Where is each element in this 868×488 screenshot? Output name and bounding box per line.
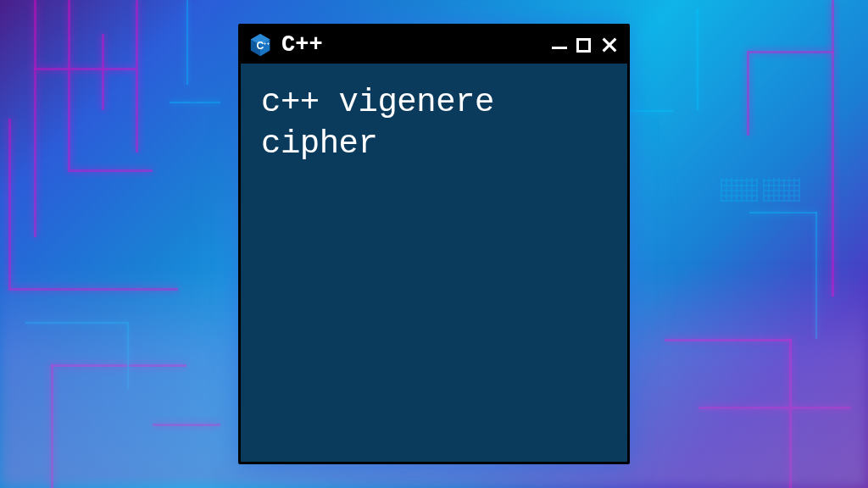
app-window: C + + C++ c++ vigenere cipher: [238, 24, 630, 464]
content-area: c++ vigenere cipher: [241, 64, 627, 462]
titlebar[interactable]: C + + C++: [241, 26, 627, 64]
maximize-button[interactable]: [576, 38, 591, 53]
close-button[interactable]: [600, 36, 619, 54]
close-icon: [600, 36, 619, 54]
content-line-1: c++ vigenere: [261, 82, 607, 124]
cpp-logo-icon: C + +: [248, 32, 273, 58]
content-line-2: cipher: [261, 124, 607, 165]
minimize-icon: [552, 47, 567, 49]
maximize-icon: [576, 38, 591, 53]
window-controls: [552, 36, 619, 54]
window-title: C++: [281, 32, 543, 58]
minimize-button[interactable]: [552, 42, 567, 49]
